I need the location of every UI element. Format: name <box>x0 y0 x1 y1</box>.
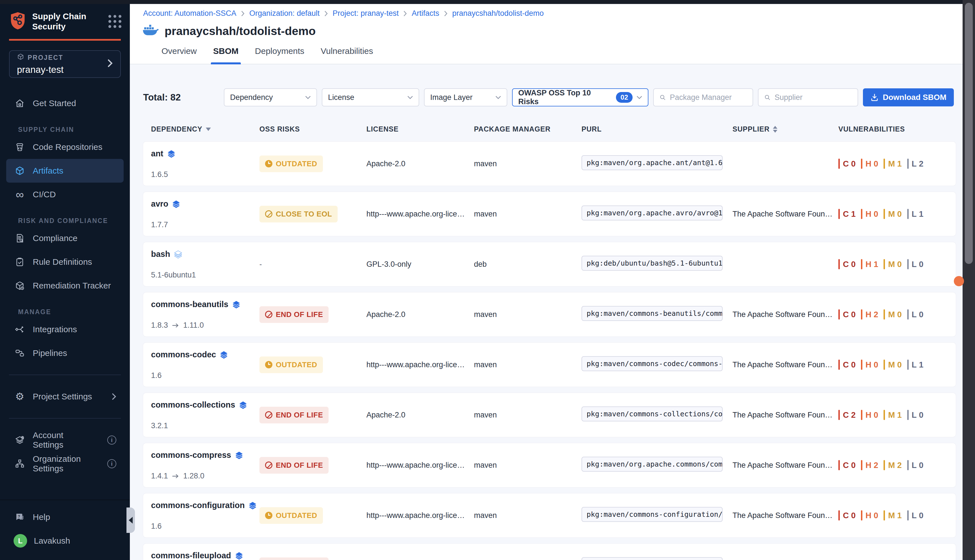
purl-cell: pkg:maven/commons-configuration/… <box>582 507 733 524</box>
info-icon[interactable] <box>107 459 116 468</box>
user-menu[interactable]: L Lavakush <box>6 529 123 553</box>
oss-risk-badge: END OF LIFE <box>259 557 328 560</box>
sidebar-item-organization-settings[interactable]: Organization Settings <box>6 452 123 476</box>
column-dependency[interactable]: DEPENDENCY <box>151 125 259 133</box>
document-search-icon <box>13 233 26 243</box>
dependency-filter-dropdown[interactable]: Dependency <box>224 88 317 107</box>
scrollbar-thumb[interactable] <box>965 3 973 264</box>
app-switcher-icon[interactable] <box>108 15 122 28</box>
info-icon[interactable] <box>107 435 116 445</box>
breadcrumb-account[interactable]: Account: Automation-SSCA <box>143 9 236 18</box>
severity-critical: C0 <box>838 309 856 320</box>
annotation-marker-dot[interactable] <box>954 276 964 286</box>
version-current: 1.8.3 <box>151 321 168 330</box>
sidebar-item-remediation-tracker[interactable]: Remediation Tracker <box>6 274 123 298</box>
tab-overview[interactable]: Overview <box>162 45 197 64</box>
purl-chip[interactable]: pkg:maven/commons-fileupload/comm… <box>582 557 723 560</box>
window-top-strip <box>0 0 975 4</box>
package-manager-input[interactable] <box>670 93 747 102</box>
total-count: Total: 82 <box>143 92 224 103</box>
table-row[interactable]: commons-codec 1.6 <box>143 343 956 387</box>
sidebar-item-help[interactable]: ? Help <box>6 505 123 529</box>
severity-critical: C0 <box>838 460 856 470</box>
package-manager-search[interactable] <box>653 88 753 107</box>
sidebar-item-label: Compliance <box>33 233 77 243</box>
severity-medium: M0 <box>883 259 902 269</box>
oss-risk-cell: OUTDATED <box>259 507 367 524</box>
oss-risk-cell: OUTDATED <box>259 155 367 172</box>
supplier-search[interactable] <box>758 88 858 107</box>
table-row[interactable]: commons-beanutils 1.8.3 1.11.0 <box>143 292 956 337</box>
purl-chip[interactable]: pkg:maven/org.apache.ant/ant@1.6… <box>582 155 723 170</box>
sidebar-item-cicd[interactable]: ∞ CI/CD <box>6 183 123 206</box>
dependency-version: 1.6 <box>151 522 162 531</box>
license-cell: http---www.apache.org-lice… <box>367 461 474 470</box>
supplier-input[interactable] <box>775 93 852 102</box>
purl-chip[interactable]: pkg:deb/ubuntu/bash@5.1-6ubuntu1 <box>582 256 723 271</box>
sidebar-item-pipelines[interactable]: Pipelines <box>6 341 123 365</box>
table-row[interactable]: commons-configuration 1.6 <box>143 493 956 537</box>
slash-circle-icon <box>265 311 272 318</box>
severity-critical: C0 <box>838 259 856 269</box>
severity-high: H0 <box>861 410 878 420</box>
table-row[interactable]: commons-collections 3.2.1 <box>143 393 956 437</box>
dependency-version: 1.4.1 1.28.0 <box>151 472 204 480</box>
tab-deployments[interactable]: Deployments <box>255 45 304 64</box>
column-supplier[interactable]: SUPPLIER <box>733 125 838 133</box>
sidebar-item-rule-definitions[interactable]: Rule Definitions <box>6 250 123 274</box>
column-purl: PURL <box>582 125 733 133</box>
purl-chip[interactable]: pkg:maven/org.apache.avro/avro@1… <box>582 205 723 220</box>
supplier-cell: The Apache Software Foun… <box>733 511 838 520</box>
dependency-name: avro <box>151 199 168 208</box>
purl-chip[interactable]: pkg:maven/commons-beanutils/comm… <box>582 306 723 321</box>
sidebar-item-integrations[interactable]: Integrations <box>6 318 123 341</box>
scrollbar-track[interactable] <box>963 0 975 560</box>
dependency-name: commons-configuration <box>151 501 245 510</box>
table-row[interactable]: ant 1.6.5 O <box>143 142 956 186</box>
sidebar-item-label: Pipelines <box>33 348 67 358</box>
download-sbom-button[interactable]: Download SBOM <box>863 88 954 107</box>
table-row[interactable]: bash 5.1-6ubuntu1 <box>143 242 956 286</box>
sidebar-item-artifacts[interactable]: Artifacts <box>6 159 123 183</box>
dependency-table-body: ant 1.6.5 O <box>143 142 975 560</box>
column-label: DEPENDENCY <box>151 125 202 133</box>
sidebar-collapse-handle[interactable] <box>127 508 135 533</box>
upgrade-arrow-icon <box>172 323 179 328</box>
dependency-cell: commons-codec 1.6 <box>151 343 259 387</box>
sbom-content: Total: 82 Dependency License Image Layer… <box>130 64 975 560</box>
purl-chip[interactable]: pkg:maven/commons-configuration/… <box>582 507 723 522</box>
chevron-right-icon <box>107 59 113 70</box>
infinity-icon: ∞ <box>13 188 26 201</box>
clock-icon <box>265 512 272 519</box>
breadcrumb-organization[interactable]: Organization: default <box>249 9 320 18</box>
purl-chip[interactable]: pkg:maven/commons-codec/commons-… <box>582 356 723 371</box>
purl-chip[interactable]: pkg:maven/org.apache.commons/com… <box>582 457 723 472</box>
table-row[interactable]: avro 1.7.7 <box>143 192 956 236</box>
tab-vulnerabilities[interactable]: Vulnerabilities <box>321 45 373 64</box>
owasp-risks-filter-dropdown[interactable]: OWASP OSS Top 10 Risks 02 <box>512 88 648 107</box>
image-layer-filter-dropdown[interactable]: Image Layer <box>424 88 507 107</box>
breadcrumb-artifacts[interactable]: Artifacts <box>412 9 439 18</box>
purl-chip[interactable]: pkg:maven/commons-collections/co… <box>582 407 723 422</box>
oss-risk-label: OUTDATED <box>276 160 317 168</box>
sidebar-item-project-settings[interactable]: ⚙ Project Settings <box>6 385 123 408</box>
sidebar-item-label: Help <box>33 512 50 522</box>
project-selector[interactable]: PROJECT pranay-test <box>9 50 121 78</box>
sidebar-item-code-repositories[interactable]: Code Repositories <box>6 135 123 159</box>
breadcrumb-current[interactable]: pranaycshah/todolist-demo <box>452 9 544 18</box>
app-window: Supply Chain Security PROJECT pranay-tes… <box>0 0 975 560</box>
severity-critical: C1 <box>838 209 856 219</box>
tab-sbom[interactable]: SBOM <box>213 45 238 64</box>
search-icon <box>764 94 771 101</box>
sidebar-item-compliance[interactable]: Compliance <box>6 227 123 250</box>
table-row[interactable]: commons-compress 1.4.1 1.28.0 <box>143 443 956 487</box>
license-filter-dropdown[interactable]: License <box>322 88 419 107</box>
dependency-version: 3.2.1 <box>151 422 168 430</box>
sidebar-item-get-started[interactable]: Get Started <box>6 92 123 115</box>
table-row[interactable]: commons-fileupload <box>143 543 956 560</box>
sidebar-item-account-settings[interactable]: Account Settings <box>6 428 123 452</box>
version-current: 1.6.5 <box>151 170 168 179</box>
breadcrumb-project[interactable]: Project: pranay-test <box>333 9 398 18</box>
dependency-cell: commons-fileupload <box>151 543 259 560</box>
oss-risk-cell: - <box>259 260 367 269</box>
